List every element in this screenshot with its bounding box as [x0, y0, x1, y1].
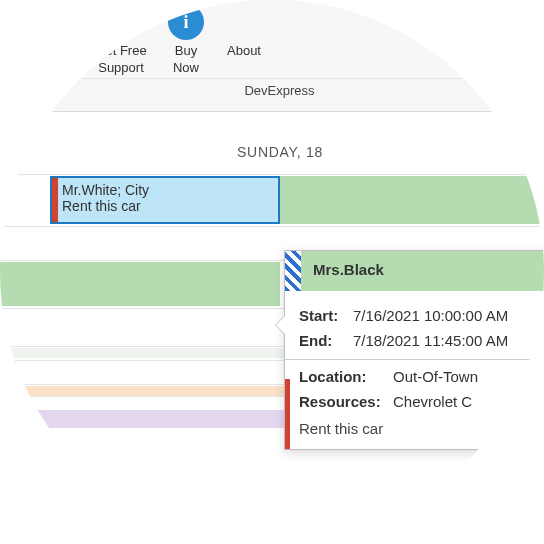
- appointment-lavender[interactable]: [0, 410, 300, 428]
- ribbon-btn-about[interactable]: About: [214, 0, 274, 78]
- app-canvas: 123 tion ↻ Getting Started ✓ Get Free Su…: [0, 0, 544, 544]
- tooltip-subject: Mrs.Black: [301, 251, 396, 291]
- ribbon-group-devexpress: 123 tion ↻ Getting Started ✓ Get Free Su…: [0, 0, 544, 111]
- tooltip-location-value: Out-Of-Town: [393, 368, 478, 385]
- ribbon: 123 tion ↻ Getting Started ✓ Get Free Su…: [0, 0, 544, 112]
- status-bar-icon: [52, 178, 58, 222]
- tooltip-start-value: 7/16/2021 10:00:00 AM: [353, 307, 508, 324]
- tooltip-status-bar-icon: [285, 379, 290, 449]
- appointment-green[interactable]: [0, 262, 280, 306]
- ribbon-btn-label: About: [227, 44, 261, 59]
- ribbon-btn-0[interactable]: 123 tion: [0, 0, 10, 78]
- tooltip-header: Mrs.Black: [285, 251, 544, 291]
- ribbon-btn-label: Buy: [175, 44, 197, 59]
- circular-viewport: 123 tion ↻ Getting Started ✓ Get Free Su…: [0, 0, 544, 544]
- ribbon-btn-buy-now[interactable]: i Buy Now: [158, 0, 214, 78]
- tooltip-start-label: Start:: [299, 307, 347, 324]
- appointment-description: Rent this car: [62, 198, 272, 214]
- appointment-selected[interactable]: Mr.White; City Rent this car: [50, 176, 280, 224]
- tooltip-end-label: End:: [299, 332, 347, 349]
- ribbon-btn-label2: Started: [26, 61, 68, 76]
- appointment-ghost-1[interactable]: [0, 348, 300, 358]
- ribbon-btn-getting-started[interactable]: ↻ Getting Started: [10, 0, 84, 78]
- ribbon-btn-label2: Support: [98, 61, 144, 76]
- appointment-tooltip: Mrs.Black Start: 7/16/2021 10:00:00 AM E…: [284, 250, 544, 450]
- appointment-peach[interactable]: [0, 386, 300, 396]
- tooltip-body: Start: 7/16/2021 10:00:00 AM End: 7/18/2…: [285, 291, 544, 449]
- appointment-bg[interactable]: [278, 176, 544, 224]
- tooltip-resources-value: Chevrolet C: [393, 393, 472, 410]
- tooltip-end-value: 7/18/2021 11:45:00 AM: [353, 332, 508, 349]
- tooltip-description: Rent this car: [299, 420, 544, 437]
- ribbon-buttons: 123 tion ↻ Getting Started ✓ Get Free Su…: [0, 0, 544, 78]
- appointment-subject: Mr.White; City: [62, 182, 272, 198]
- tooltip-location-label: Location:: [299, 368, 387, 385]
- ribbon-btn-get-support[interactable]: ✓ Get Free Support: [84, 0, 158, 78]
- recurrence-hatch-icon: [285, 251, 301, 291]
- ribbon-btn-label: Get Free: [95, 44, 146, 59]
- blank-icon: [226, 4, 262, 40]
- tooltip-arrow-icon: [275, 315, 285, 335]
- ribbon-group-label: DevExpress: [0, 78, 544, 104]
- tooltip-separator: [285, 359, 544, 360]
- refresh-icon: ↻: [29, 4, 65, 40]
- info-icon: i: [168, 4, 204, 40]
- number-icon: 123: [0, 4, 3, 40]
- ribbon-btn-label: Getting: [26, 44, 68, 59]
- tooltip-resources-label: Resources:: [299, 393, 387, 410]
- day-header: SUNDAY, 18: [0, 112, 544, 174]
- date-fragment: 7: [0, 200, 6, 216]
- ribbon-btn-label2: Now: [173, 61, 199, 76]
- support-icon: ✓: [103, 4, 139, 40]
